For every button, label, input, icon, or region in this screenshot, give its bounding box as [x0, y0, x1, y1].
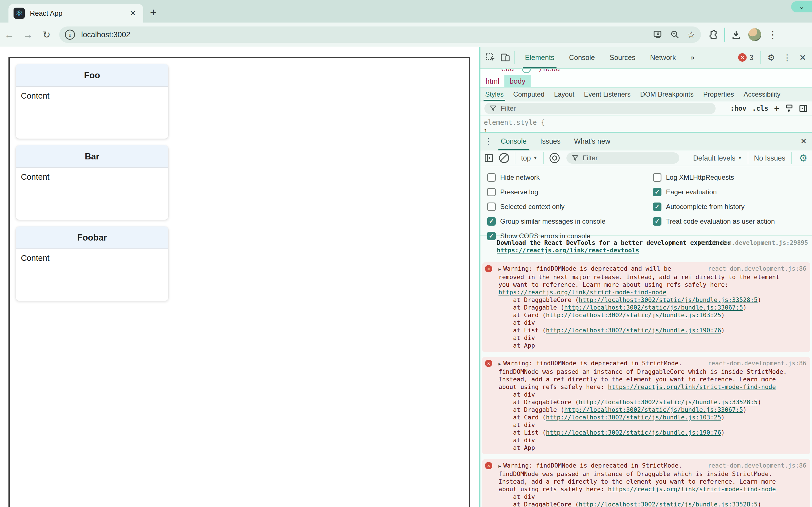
- zoom-icon[interactable]: [670, 30, 680, 40]
- draggable-card[interactable]: FoobarContent: [16, 226, 168, 301]
- live-expression-eye-icon[interactable]: [550, 153, 560, 163]
- issues-counter[interactable]: No Issues: [754, 154, 785, 162]
- breadcrumb-body[interactable]: body: [504, 75, 530, 87]
- error-badge[interactable]: ✕ 3: [738, 53, 757, 62]
- new-tab-button[interactable]: +: [150, 6, 156, 19]
- console-filter-input[interactable]: Filter: [566, 152, 679, 164]
- device-toolbar-icon[interactable]: [500, 52, 510, 62]
- console-link[interactable]: https://reactjs.org/link/react-devtools: [497, 247, 639, 254]
- console-message-line: at div: [482, 334, 810, 342]
- checkbox-label: Eager evaluation: [666, 188, 717, 196]
- toolbar-divider: [748, 152, 748, 164]
- console-link[interactable]: http://localhost:3002/static/js/bundle.j…: [579, 399, 758, 406]
- tab-computed[interactable]: Computed: [513, 88, 545, 101]
- console-link[interactable]: http://localhost:3002/static/js/bundle.j…: [546, 327, 721, 334]
- console-link[interactable]: http://localhost:3002/static/js/bundle.j…: [546, 414, 721, 421]
- tab-accessibility[interactable]: Accessibility: [744, 88, 780, 101]
- tab-dom-breakpoints[interactable]: DOM Breakpoints: [640, 88, 694, 101]
- styles-filter-input[interactable]: Filter: [485, 103, 716, 114]
- close-devtools-icon[interactable]: ✕: [799, 53, 806, 62]
- drawer-tab-whatsnew[interactable]: What's new: [574, 132, 610, 151]
- console-sidebar-icon[interactable]: [485, 154, 493, 163]
- log-levels-dropdown[interactable]: Default levels▼: [693, 154, 742, 162]
- console-message-line: findDOMNode was passed an instance of Dr…: [482, 470, 810, 478]
- new-style-rule-icon[interactable]: +: [774, 103, 779, 114]
- download-icon[interactable]: [731, 29, 742, 40]
- rendering-brush-icon[interactable]: [785, 104, 794, 113]
- toggle-hov-button[interactable]: :hov: [730, 105, 747, 112]
- checkbox[interactable]: ✓: [653, 188, 661, 196]
- address-bar[interactable]: i localhost:3002 ☆: [59, 26, 701, 43]
- install-icon[interactable]: [653, 30, 663, 40]
- breadcrumb-html[interactable]: html: [480, 75, 504, 87]
- console-settings-gear-icon[interactable]: ⚙: [799, 152, 808, 164]
- expand-caret-icon[interactable]: ▶: [499, 464, 501, 469]
- draggable-card[interactable]: BarContent: [16, 145, 168, 220]
- console-link[interactable]: http://localhost:3002/static/js/bundle.j…: [579, 296, 758, 303]
- inspect-element-icon[interactable]: [486, 52, 496, 62]
- tab-title: React App: [30, 9, 128, 17]
- console-link[interactable]: https://reactjs.org/link/strict-mode-fin…: [608, 383, 776, 390]
- tab-[interactable]: »: [691, 47, 695, 68]
- back-icon[interactable]: ←: [0, 29, 18, 40]
- console-link[interactable]: http://localhost:3002/static/js/bundle.j…: [579, 501, 758, 507]
- checkbox[interactable]: [653, 173, 661, 182]
- kebab-menu-icon[interactable]: ⋮: [783, 53, 792, 62]
- console-link[interactable]: http://localhost:3002/static/js/bundle.j…: [564, 406, 743, 413]
- toolbar-divider: [515, 152, 515, 164]
- console-error-message: ✕react-dom.development.js:86▶Warning: fi…: [482, 459, 810, 507]
- drawer-tab-issues[interactable]: Issues: [540, 132, 560, 151]
- source-location-link[interactable]: react-dom.development.js:86: [708, 359, 807, 367]
- close-drawer-icon[interactable]: ✕: [801, 136, 807, 146]
- expand-caret-icon[interactable]: ▶: [499, 361, 501, 367]
- console-link[interactable]: http://localhost:3002/static/js/bundle.j…: [546, 312, 721, 319]
- close-tab-icon[interactable]: ✕: [128, 8, 138, 19]
- reload-icon[interactable]: ↻: [37, 29, 56, 40]
- profile-avatar[interactable]: [748, 28, 761, 41]
- source-location-link[interactable]: react-dom.development.js:29895: [699, 239, 808, 246]
- context-selector[interactable]: top▼: [521, 154, 538, 162]
- source-location-link[interactable]: react-dom.development.js:86: [708, 462, 807, 469]
- checkbox[interactable]: [487, 188, 496, 196]
- tab-console[interactable]: Console: [569, 47, 595, 68]
- console-link[interactable]: https://reactjs.org/link/strict-mode-fin…: [608, 486, 776, 493]
- tab-properties[interactable]: Properties: [703, 88, 734, 101]
- source-location-link[interactable]: react-dom.development.js:86: [708, 265, 807, 272]
- expand-caret-icon[interactable]: ▶: [499, 267, 501, 272]
- checkbox[interactable]: ✓: [653, 217, 661, 226]
- console-link[interactable]: http://localhost:3002/static/js/bundle.j…: [564, 304, 743, 311]
- toggle-sidebar-icon[interactable]: [799, 104, 808, 113]
- console-message-line: at DraggableCore (http://localhost:3002/…: [482, 501, 810, 507]
- checkbox[interactable]: [487, 203, 496, 211]
- error-icon: ✕: [485, 360, 492, 367]
- settings-checkbox-row: Log XMLHttpRequests: [653, 170, 812, 185]
- drawer-tab-console[interactable]: Console: [501, 132, 527, 151]
- tab-layout[interactable]: Layout: [554, 88, 574, 101]
- tab-sources[interactable]: Sources: [610, 47, 636, 68]
- tab-network[interactable]: Network: [650, 47, 676, 68]
- toggle-cls-button[interactable]: .cls: [752, 105, 769, 112]
- checkbox[interactable]: ✓: [653, 203, 661, 211]
- tab-event-listeners[interactable]: Event Listeners: [584, 88, 630, 101]
- extensions-puzzle-icon[interactable]: [708, 29, 718, 40]
- settings-checkbox-row: ✓Autocomplete from history: [653, 200, 812, 214]
- draggable-card[interactable]: FooContent: [16, 64, 168, 138]
- console-link[interactable]: http://localhost:3002/static/js/bundle.j…: [546, 429, 721, 436]
- settings-gear-icon[interactable]: ⚙: [767, 53, 775, 62]
- checkbox[interactable]: [487, 173, 496, 182]
- chevron-down-icon[interactable]: ⌄: [791, 1, 812, 12]
- clear-console-icon[interactable]: [499, 153, 509, 163]
- devtools-toolbar: ElementsConsoleSourcesNetwork» ✕ 3 ⚙ ⋮ ✕: [480, 47, 812, 69]
- url-text[interactable]: localhost:3002: [81, 31, 646, 39]
- kebab-menu-icon[interactable]: ⋮: [768, 29, 777, 40]
- console-message-line: at Card (http://localhost:3002/static/js…: [482, 413, 810, 421]
- drawer-menu-icon[interactable]: ⋮: [485, 136, 492, 146]
- checkbox[interactable]: ✓: [487, 217, 496, 226]
- forward-icon[interactable]: →: [18, 29, 37, 40]
- star-icon[interactable]: ☆: [687, 29, 695, 40]
- tab-elements[interactable]: Elements: [525, 47, 554, 68]
- info-icon[interactable]: i: [65, 30, 75, 40]
- console-link[interactable]: https://reactjs.org/link/strict-mode-fin…: [499, 289, 666, 296]
- browser-tab[interactable]: ⚛ React App ✕: [8, 4, 143, 22]
- tab-styles[interactable]: Styles: [485, 88, 504, 101]
